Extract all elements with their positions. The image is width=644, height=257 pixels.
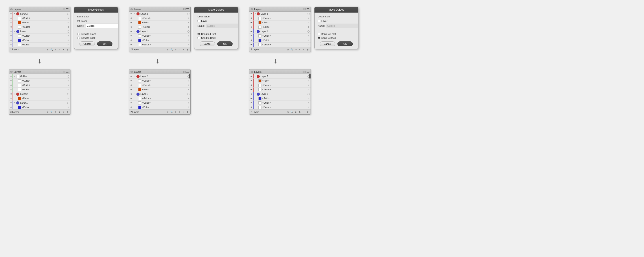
search-icon[interactable]: 🔍: [290, 48, 294, 51]
resize-button[interactable]: [183, 8, 186, 10]
collapse-arrow[interactable]: ▾: [254, 13, 256, 15]
collapse-arrow[interactable]: ▾: [254, 93, 256, 95]
layer-row[interactable]: 👁 <Guide> ⊙: [129, 83, 190, 88]
add-icon[interactable]: ＋: [182, 48, 185, 51]
eye-icon[interactable]: 👁: [10, 34, 12, 38]
collapse-arrow[interactable]: ▾: [134, 13, 136, 15]
layer-row[interactable]: 👁 <Guide> ⊙: [129, 96, 190, 101]
eye-icon[interactable]: 👁: [10, 93, 12, 96]
layer-row[interactable]: 👁 <Guide> ⊙: [249, 88, 310, 92]
delete-icon[interactable]: 🗑: [186, 111, 189, 114]
eye-icon[interactable]: 👁: [130, 97, 133, 100]
eye-icon[interactable]: 👁: [130, 101, 133, 104]
ok-button[interactable]: OK: [217, 42, 233, 46]
collapse-arrow[interactable]: ▾: [134, 93, 136, 95]
bring-front-radio[interactable]: [77, 33, 80, 35]
move-icon[interactable]: ⇅: [178, 48, 181, 51]
eye-icon[interactable]: 👁: [130, 17, 133, 20]
menu-icon[interactable]: [66, 8, 69, 10]
layer-row[interactable]: 👁 <Guide> ⊙: [9, 88, 70, 92]
collapse-arrow[interactable]: ▾: [14, 13, 16, 15]
name-input[interactable]: [86, 24, 118, 28]
delete-icon[interactable]: 🗑: [66, 111, 69, 114]
eye-icon[interactable]: 👁: [10, 97, 12, 100]
search-icon[interactable]: 🔍: [170, 48, 173, 51]
layer-row[interactable]: 👁 ▾ Layer 2: [249, 12, 310, 16]
options-icon[interactable]: ⚙: [174, 111, 177, 114]
eye-icon[interactable]: 👁: [130, 75, 133, 78]
eye-icon[interactable]: 👁: [10, 21, 12, 24]
send-back-row[interactable]: Send to Back: [198, 37, 235, 39]
search-icon[interactable]: 🔍: [290, 111, 294, 114]
eye-icon[interactable]: 👁: [10, 26, 12, 29]
layer-row[interactable]: 👁 <Path> ⊙: [249, 21, 310, 25]
eye-icon[interactable]: 👁: [250, 75, 253, 78]
eye-icon[interactable]: 👁: [130, 79, 133, 82]
new-layer-icon[interactable]: ⊞: [46, 111, 49, 114]
eye-icon[interactable]: 👁: [250, 84, 253, 87]
layer-row[interactable]: 👁 <Guide> ⊙: [9, 43, 70, 47]
search-icon[interactable]: 🔍: [50, 111, 53, 114]
menu-icon[interactable]: [186, 8, 189, 10]
resize-button[interactable]: [63, 71, 65, 73]
layer-radio-row[interactable]: Layer: [198, 20, 235, 22]
eye-icon[interactable]: 👁: [10, 43, 12, 46]
menu-icon[interactable]: [66, 71, 69, 73]
eye-icon[interactable]: 👁: [10, 101, 12, 104]
layer-row[interactable]: 👁 <Path> ⊙: [249, 96, 310, 101]
menu-icon[interactable]: [186, 71, 189, 73]
eye-icon[interactable]: 👁: [250, 30, 253, 33]
layer-radio[interactable]: [318, 20, 320, 22]
layer-row[interactable]: 👁 <Guide> ⊙: [249, 83, 310, 88]
resize-button[interactable]: [304, 71, 306, 73]
add-icon[interactable]: ＋: [62, 48, 65, 51]
layer-row[interactable]: 👁 <Path> ⊙: [9, 21, 70, 25]
eye-icon[interactable]: 👁: [130, 30, 133, 33]
layer-row[interactable]: 👁 <Path> ⊙: [9, 38, 70, 43]
layer-radio[interactable]: [198, 20, 200, 22]
delete-icon[interactable]: 🗑: [186, 48, 189, 51]
search-icon[interactable]: 🔍: [170, 111, 173, 114]
layer-row[interactable]: 👁 <Path> ⊙: [129, 21, 190, 25]
eye-icon[interactable]: 👁: [10, 79, 12, 82]
close-button[interactable]: [10, 8, 12, 10]
eye-icon[interactable]: 👁: [250, 17, 253, 20]
move-icon[interactable]: ⇅: [298, 111, 301, 114]
layer-row[interactable]: 👁 ▾ Layer 1: [9, 29, 70, 34]
send-back-row[interactable]: Send to Back: [318, 37, 355, 39]
eye-icon[interactable]: 👁: [10, 75, 12, 78]
delete-icon[interactable]: 🗑: [306, 111, 309, 114]
cancel-button[interactable]: Cancel: [200, 42, 215, 46]
close-button[interactable]: [251, 8, 253, 10]
layer-row[interactable]: 👁 ▾ Layer 1: [129, 92, 190, 96]
layer-row[interactable]: 👁 <Path> ⊙: [249, 79, 310, 83]
send-back-radio[interactable]: [318, 37, 320, 39]
delete-icon[interactable]: 🗑: [66, 48, 69, 51]
move-icon[interactable]: ⇅: [58, 48, 61, 51]
layer-row[interactable]: 👁 <Guide> ⊙: [249, 34, 310, 38]
ok-button[interactable]: OK: [97, 42, 112, 46]
collapse-arrow[interactable]: ▾: [14, 31, 16, 33]
bring-front-row[interactable]: Bring to Front: [198, 33, 235, 35]
layer-row[interactable]: 👁 <Path> ⊙: [249, 38, 310, 43]
eye-icon[interactable]: 👁: [130, 93, 133, 96]
eye-icon[interactable]: 👁: [130, 39, 133, 42]
layer-row[interactable]: 👁 <Guide> ⊙: [129, 16, 190, 21]
new-layer-icon[interactable]: ⊞: [46, 48, 49, 51]
layer-radio[interactable]: [77, 20, 80, 22]
eye-icon[interactable]: 👁: [250, 26, 253, 29]
layer-row[interactable]: 👁 ▾ Layer 2: [249, 74, 310, 79]
eye-icon[interactable]: 👁: [130, 106, 133, 109]
layer-row[interactable]: 👁 <Guide> ⊙: [129, 34, 190, 38]
add-icon[interactable]: ＋: [302, 111, 305, 114]
eye-icon[interactable]: 👁: [130, 43, 133, 46]
layer-row[interactable]: 👁 ▾ Layer 1: [129, 29, 190, 34]
cancel-button[interactable]: Cancel: [80, 42, 95, 46]
delete-icon[interactable]: 🗑: [306, 48, 309, 51]
bring-front-row[interactable]: Bring to Front: [77, 33, 115, 35]
add-icon[interactable]: ＋: [182, 111, 185, 114]
menu-icon[interactable]: [306, 71, 309, 73]
layer-row[interactable]: 👁 ▾ Layer 2: [129, 74, 190, 79]
collapse-arrow[interactable]: ▾: [134, 75, 136, 78]
close-button[interactable]: [130, 71, 133, 73]
